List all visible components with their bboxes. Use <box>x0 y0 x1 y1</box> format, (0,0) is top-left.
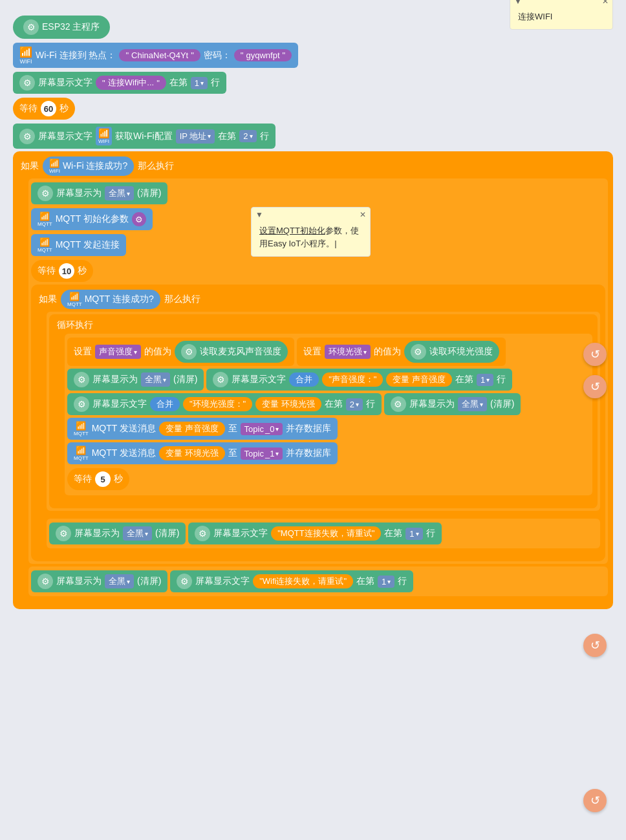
dl-str-pill[interactable]: "环境光强度：" <box>183 397 252 411</box>
dwf-row-dropdown[interactable]: 1 <box>378 576 394 588</box>
wait2-row: 等待 10 秒 <box>31 260 93 282</box>
sd2-wifi-config: 获取Wi-Fi配置 <box>115 131 173 142</box>
wifi-icon: 📶 WIFI <box>19 46 32 65</box>
mss-var-pill[interactable]: 变量 声音强度 <box>159 422 225 436</box>
scratch-icon2: ⚙ <box>19 75 35 91</box>
msl-suffix: 并存数据库 <box>286 447 331 459</box>
sc4-mode-dropdown[interactable]: 全黑 <box>123 526 152 541</box>
scratch-icon: ⚙ <box>23 19 39 35</box>
ds-row-label: 在第 <box>455 374 473 385</box>
mqtt-send-sound-block: 📶 MQTT MQTT 发送消息 变量 声音强度 至 Topic_0 <box>67 418 338 440</box>
screen-display2-block: ⚙ 屏幕显示文字 📶 WIFI 获取Wi-Fi配置 IP 地址 在第 2 行 <box>13 122 613 150</box>
wifi-comment-text: 连接WIFI <box>518 11 605 23</box>
ds-var-pill[interactable]: 变量 声音强度 <box>386 372 452 387</box>
main-canvas: ⚙ ESP32 主程序 📶 WIFI Wi-Fi 连接到 热点： " China… <box>0 0 626 623</box>
dl-row-label: 在第 <box>325 398 343 410</box>
wait3-label: 等待 <box>74 473 92 485</box>
if-wifi-header: 如果 📶 WIFI Wi-Fi 连接成功? 那么执行 <box>16 154 610 178</box>
sc2-action: (清屏) <box>173 374 197 385</box>
mqtt-icon1: 📶 MQTT <box>38 211 52 227</box>
sound-var-dropdown[interactable]: 声音强度 <box>95 345 141 359</box>
ssid-pill[interactable]: " ChinaNet-Q4Yt " <box>119 49 200 61</box>
read-light-action: 读取环境光强度 <box>429 346 493 358</box>
wait1-block: 等待 60 秒 <box>13 96 613 121</box>
screen-display2-row: ⚙ 屏幕显示文字 📶 WIFI 获取Wi-Fi配置 IP 地址 在第 2 行 <box>13 124 275 149</box>
sd2-prefix: 屏幕显示文字 <box>38 131 92 142</box>
screen-clear4-block: ⚙ 屏幕显示为 全黑 (清屏) <box>49 522 186 544</box>
mqtt-close-btn[interactable]: ✕ <box>360 210 366 219</box>
set-light-block: 设置 环境光强 的值为 ⚙ 读取环境光强度 <box>297 338 506 366</box>
sc3-action: (清屏) <box>490 398 514 410</box>
mqtt-collapse-btn[interactable]: ▼ <box>255 210 263 219</box>
sc2-label: 屏幕显示为 <box>92 374 138 385</box>
sd1-row-dropdown[interactable]: 1 <box>191 77 208 89</box>
dmf-label: 屏幕显示文字 <box>213 528 268 539</box>
side-btn-3[interactable]: ↺ <box>583 634 607 657</box>
msl-topic-dropdown[interactable]: Topic_1 <box>241 447 283 460</box>
dl-var-pill[interactable]: 变量 环境光强 <box>255 397 321 411</box>
read-sound-action: 读取麦克风声音强度 <box>200 346 281 358</box>
sc3-mode-dropdown[interactable]: 全黑 <box>458 397 487 411</box>
dmf-text-pill[interactable]: "MQTT连接失败，请重试" <box>271 526 381 541</box>
loop-header: 循环执行 <box>52 317 595 334</box>
screen-display1-row: ⚙ 屏幕显示文字 " 连接Wifi中... " 在第 1 行 <box>13 72 226 94</box>
display-light-block: ⚙ 屏幕显示文字 合并 "环境光强度：" 变量 环境光强 在第 2 行 <box>67 393 382 415</box>
wait2-label: 等待 <box>38 265 56 277</box>
display-mqtt-fail-block: ⚙ 屏幕显示文字 "MQTT连接失败，请重试" 在第 1 行 <box>188 522 441 544</box>
mss-suffix: 并存数据库 <box>286 423 331 435</box>
wait1-unit: 秒 <box>59 103 69 114</box>
comment-collapse-btn[interactable]: ▼ <box>514 0 522 6</box>
esp32-title-block: ⚙ ESP32 主程序 <box>13 16 110 39</box>
then-label2: 那么执行 <box>164 294 200 305</box>
wifi-condition-pill: 📶 WIFI Wi-Fi 连接成功? <box>43 156 134 176</box>
sc1-mode-dropdown[interactable]: 全黑 <box>105 186 134 200</box>
msl-var-pill[interactable]: 变量 环境光强 <box>159 446 225 460</box>
sc5-label: 屏幕显示为 <box>56 576 102 587</box>
dl-row-dropdown[interactable]: 2 <box>346 398 363 411</box>
light-var-dropdown[interactable]: 环境光强 <box>325 345 371 359</box>
ds-str-pill[interactable]: "声音强度：" <box>322 372 383 387</box>
ds-row-dropdown[interactable]: 1 <box>477 374 493 386</box>
side-btn-4[interactable]: ↺ <box>583 789 607 812</box>
wait2-value[interactable]: 10 <box>59 263 74 279</box>
mss-label: MQTT 发送消息 <box>92 423 156 435</box>
sd2-row-dropdown[interactable]: 2 <box>239 130 256 142</box>
sd1-text-pill[interactable]: " 连接Wifi中... " <box>96 76 166 90</box>
wait3-unit: 秒 <box>114 473 123 485</box>
sd2-ip-dropdown[interactable]: IP 地址 <box>176 129 215 144</box>
sc2-mode-dropdown[interactable]: 全黑 <box>141 372 170 387</box>
side-btn-2[interactable]: ↺ <box>583 375 607 398</box>
sc4-action: (清屏) <box>155 528 179 539</box>
wait1-value[interactable]: 60 <box>41 101 56 116</box>
mqtt-condition-text: MQTT 连接成功? <box>85 294 154 305</box>
mqtt-condition-pill: 📶 MQTT MQTT 连接成功? <box>61 290 160 309</box>
comment-close-btn[interactable]: ✕ <box>602 0 609 6</box>
sc5-mode-dropdown[interactable]: 全黑 <box>105 574 134 588</box>
mqtt-icon4: 📶 MQTT <box>74 421 89 436</box>
dwf-row-suffix: 行 <box>398 576 407 587</box>
screen-clear2-block: ⚙ 屏幕显示为 全黑 (清屏) <box>67 369 204 391</box>
password-pill[interactable]: " gyqwnfpt " <box>234 49 292 61</box>
scratch-icon12: ⚙ <box>195 526 210 541</box>
wifi-condition-text: Wi-Fi 连接成功? <box>63 160 127 172</box>
mss-topic-dropdown[interactable]: Topic_0 <box>241 423 283 435</box>
wait2-block: 等待 10 秒 <box>31 259 605 283</box>
wait3-block: 等待 5 秒 <box>67 467 590 491</box>
sc1-label: 屏幕显示为 <box>56 188 102 199</box>
dmf-row-dropdown[interactable]: 1 <box>405 528 422 540</box>
wifi-comment-box: ▼ ✕ 连接WIFI <box>510 0 613 30</box>
esp32-label: ESP32 主程序 <box>42 21 100 33</box>
scratch-icon11: ⚙ <box>56 526 71 541</box>
mqtt-gear-icon[interactable]: ⚙ <box>132 212 146 226</box>
scratch-icon5: ⚙ <box>181 344 197 360</box>
set-sound-block: 设置 声音强度 的值为 ⚙ 读取麦克风声音强度 <box>67 338 294 366</box>
wait3-value[interactable]: 5 <box>95 471 111 487</box>
dwf-text-pill[interactable]: "Wifi连接失败，请重试" <box>253 574 353 588</box>
mqtt-connect-label: MQTT 发起连接 <box>56 239 120 251</box>
sc5-action: (清屏) <box>137 576 161 587</box>
side-btn-1[interactable]: ↺ <box>583 343 607 366</box>
set-light-value-of: 的值为 <box>374 346 401 358</box>
wait2-unit: 秒 <box>78 265 87 277</box>
sd2-suffix: 在第 <box>218 131 236 142</box>
msl-label: MQTT 发送消息 <box>92 447 156 459</box>
